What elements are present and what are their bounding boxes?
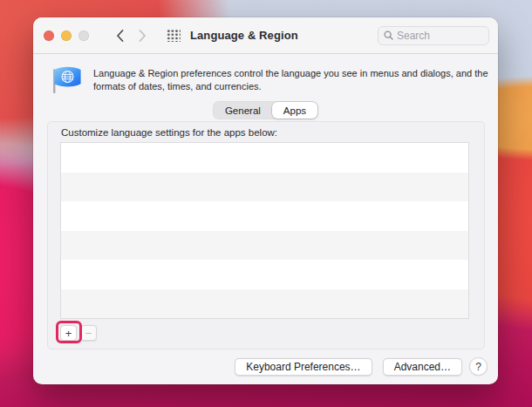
apps-panel-well: Customize language settings for the apps… bbox=[47, 121, 485, 349]
segmented-control: General Apps bbox=[213, 101, 318, 119]
footer: Keyboard Preferences… Advanced… ? bbox=[235, 357, 488, 376]
desktop-wallpaper: Language & Region bbox=[0, 0, 532, 407]
language-region-flag-icon bbox=[50, 62, 84, 97]
remove-app-button[interactable]: − bbox=[80, 325, 97, 341]
zoom-button[interactable] bbox=[78, 31, 89, 41]
description-line-1: Language & Region preferences control th… bbox=[93, 67, 488, 80]
search-input[interactable] bbox=[397, 30, 483, 42]
search-icon bbox=[384, 31, 393, 40]
language-region-window: Language & Region bbox=[33, 17, 498, 384]
add-remove-controls: + − bbox=[60, 325, 97, 341]
back-button[interactable] bbox=[110, 25, 129, 46]
minimize-button[interactable] bbox=[61, 31, 72, 41]
list-row bbox=[61, 260, 468, 289]
close-button[interactable] bbox=[44, 31, 54, 41]
list-row bbox=[61, 143, 468, 173]
header: Language & Region preferences control th… bbox=[50, 62, 488, 97]
show-all-grid-icon[interactable] bbox=[166, 29, 181, 42]
forward-button[interactable] bbox=[133, 25, 152, 46]
list-row bbox=[61, 289, 468, 319]
tab-bar: General Apps bbox=[33, 101, 498, 119]
apps-list[interactable] bbox=[60, 142, 469, 319]
traffic-lights bbox=[44, 31, 89, 41]
apps-list-label: Customize language settings for the apps… bbox=[61, 127, 277, 138]
description-line-2: formats of dates, times, and currencies. bbox=[93, 80, 488, 93]
keyboard-preferences-button[interactable]: Keyboard Preferences… bbox=[235, 358, 372, 376]
tab-general[interactable]: General bbox=[214, 102, 272, 119]
advanced-button[interactable]: Advanced… bbox=[383, 358, 462, 376]
list-row bbox=[61, 173, 468, 202]
add-app-button[interactable]: + bbox=[60, 325, 77, 341]
tab-apps[interactable]: Apps bbox=[272, 102, 317, 119]
toolbar: Language & Region bbox=[33, 17, 498, 54]
search-field[interactable] bbox=[378, 26, 489, 45]
window-title: Language & Region bbox=[190, 29, 298, 42]
help-button[interactable]: ? bbox=[469, 357, 488, 376]
list-row bbox=[61, 201, 468, 231]
list-row bbox=[61, 231, 468, 261]
chevron-right-icon bbox=[139, 30, 147, 42]
preference-description: Language & Region preferences control th… bbox=[93, 67, 488, 93]
chevron-left-icon bbox=[116, 30, 124, 42]
